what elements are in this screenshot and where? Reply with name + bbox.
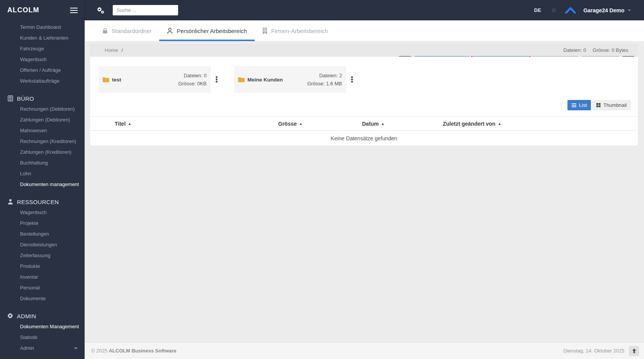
sidebar-section-ressourcen[interactable]: RESSOURCEN: [0, 196, 85, 207]
breadcrumb-home[interactable]: Home: [105, 47, 118, 53]
sidebar-item-offerten-auftraege[interactable]: Offerten / Aufträge: [0, 65, 85, 76]
column-header-titel[interactable]: Titel▲: [90, 121, 278, 127]
user-icon: [7, 199, 13, 205]
search-input[interactable]: [113, 5, 178, 15]
list-view-button[interactable]: List: [567, 100, 591, 110]
column-header-zuletzt-geaendert[interactable]: Zuletzt geändert von▲: [443, 121, 501, 127]
sidebar-item-wagenbuch[interactable]: Wagenbuch: [0, 54, 85, 65]
app-logo: ALCOLM: [7, 6, 39, 14]
kebab-menu-icon[interactable]: •••: [215, 76, 218, 83]
sidebar-nav: Termin Dashboard Kunden & Lieferanten Fa…: [0, 20, 85, 354]
calculator-icon: [7, 95, 13, 101]
hamburger-icon[interactable]: [70, 6, 78, 15]
folder-card-meine-kunden[interactable]: Meine Kunden Dateien: 2 Grösse: 1.6 MB: [234, 66, 346, 93]
sidebar-section-label: RESSOURCEN: [17, 199, 59, 205]
sidebar-item-wagenbuch-2[interactable]: Wagenbuch: [0, 207, 85, 218]
tab-bar: Standardordner Persönlicher Arbeitsberei…: [85, 20, 644, 41]
folder-icon: [238, 77, 245, 82]
sort-asc-icon: ▲: [299, 122, 302, 126]
tab-firmen-arbeitsbereich[interactable]: Firmen-Arbeitsbereich: [255, 20, 336, 41]
scroll-to-top-button[interactable]: [629, 346, 639, 356]
empty-state-message: Keine Datensätze gefunden: [90, 131, 638, 146]
list-icon: [572, 103, 576, 107]
sidebar-item-mahnwesen[interactable]: Mahnwesen: [0, 125, 85, 136]
sidebar-item-zeiterfassung[interactable]: Zeiterfassung: [0, 250, 85, 261]
sidebar-item-dokumenten-management[interactable]: Dokumenten management: [0, 179, 85, 190]
breadcrumb-separator: /: [122, 47, 123, 53]
language-selector[interactable]: DE: [534, 7, 541, 13]
sidebar-item-dienstleistungen[interactable]: Dienstleistungen: [0, 239, 85, 250]
sidebar-item-admin-dokumenten-management[interactable]: Dokumenten Management: [0, 321, 85, 332]
sidebar-item-bestellungen[interactable]: Bestellungen: [0, 229, 85, 239]
sidebar-item-projekte[interactable]: Projekte: [0, 218, 85, 229]
footer-date: Dienstag, 14. Oktober 2025: [563, 348, 624, 354]
sidebar-item-inventar[interactable]: Inventar: [0, 272, 85, 283]
sort-asc-icon: ▲: [381, 122, 385, 126]
sidebar-item-termin-dashboard[interactable]: Termin Dashboard: [0, 22, 85, 33]
person-icon: [167, 28, 173, 34]
tab-standardordner[interactable]: Standardordner: [95, 20, 159, 41]
topbar: DE Garage24 Demo: [85, 0, 644, 20]
folder-files-count: Dateien: 0: [178, 71, 207, 80]
copyright-text: © 2025 ALCOLM Business Software: [91, 348, 176, 354]
thumbnail-view-button[interactable]: Thumbnail: [592, 100, 631, 110]
sort-asc-icon: ▲: [128, 122, 132, 126]
folder-size: Grösse: 1.6 MB: [307, 80, 342, 88]
folder-icon: [103, 77, 109, 82]
gear-icon: [7, 313, 13, 319]
folder-name: test: [112, 77, 121, 83]
kebab-menu-icon[interactable]: •••: [351, 76, 353, 83]
column-header-datum[interactable]: Datum▲: [362, 121, 443, 127]
column-header-groesse[interactable]: Grösse▲: [278, 121, 362, 127]
folder-name: Meine Kunden: [247, 77, 283, 83]
sidebar-item-kunden-lieferanten[interactable]: Kunden & Lieferanten: [0, 33, 85, 43]
grid-icon: [596, 103, 601, 107]
sidebar-item-fahrzeuge[interactable]: Fahrzeuge: [0, 43, 85, 54]
brand-mark-icon: [565, 7, 576, 13]
sidebar-section-buero[interactable]: BÜRO: [0, 93, 85, 104]
caret-down-icon: [628, 10, 631, 11]
sidebar-item-rechnungen-debitoren[interactable]: Rechnungen (Debitoren): [0, 104, 85, 115]
content-panel: test Dateien: 0 Grösse: 0KB ••• Meine Ku…: [90, 57, 638, 146]
sidebar-item-rechnungen-kreditoren[interactable]: Rechnungen (Kreditoren): [0, 136, 85, 147]
sidebar-item-produkte[interactable]: Produkte: [0, 261, 85, 272]
sidebar-item-admin[interactable]: Admin: [0, 343, 85, 354]
sidebar-item-zahlungen-debitoren[interactable]: Zahlungen (Debitoren): [0, 115, 85, 125]
folder-card-test[interactable]: test Dateien: 0 Grösse: 0KB: [98, 66, 211, 93]
folder-size: Grösse: 0KB: [178, 80, 207, 88]
sidebar: ALCOLM Termin Dashboard Kunden & Liefera…: [0, 0, 85, 359]
caret-down-icon: [74, 347, 78, 349]
folder-files-count: Dateien: 2: [307, 71, 342, 80]
sidebar-item-zahlungen-kreditoren[interactable]: Zahlungen (Kreditoren): [0, 147, 85, 158]
up-arrow-icon: [632, 349, 636, 353]
sidebar-item-lohn[interactable]: Lohn: [0, 168, 85, 179]
sidebar-section-label: BÜRO: [17, 95, 34, 102]
sidebar-item-werkstattauftraege[interactable]: Werkstattaufträge: [0, 76, 85, 86]
sidebar-item-dokumente[interactable]: Dokumente: [0, 293, 85, 304]
building-icon: [262, 28, 267, 34]
breadcrumb: Home / Dateien: 0 Grösse: 0 Bytes: [90, 44, 638, 56]
sidebar-section-admin[interactable]: ADMIN: [0, 311, 85, 321]
table-header-row: Titel▲ Grösse▲ Datum▲ Zuletzt geändert v…: [90, 116, 638, 131]
sidebar-section-label: ADMIN: [17, 313, 36, 319]
sidebar-item-personal[interactable]: Personal: [0, 283, 85, 293]
files-total: Dateien: 0: [563, 47, 586, 53]
tab-persoenlicher-arbeitsbereich[interactable]: Persönlicher Arbeitsbereich: [159, 20, 255, 41]
footer: © 2025 ALCOLM Business Software Dienstag…: [85, 342, 644, 359]
account-dropdown[interactable]: Garage24 Demo: [583, 7, 631, 13]
size-total: Grösse: 0 Bytes: [593, 47, 628, 53]
sidebar-item-buchhaltung[interactable]: Buchhaltung: [0, 158, 85, 168]
avatar[interactable]: [552, 8, 556, 12]
sidebar-item-statistik[interactable]: Statistik: [0, 332, 85, 343]
view-toggle: List Thumbnail: [90, 100, 638, 110]
lock-icon: [102, 28, 108, 34]
sort-asc-icon: ▲: [498, 122, 501, 126]
cogs-icon[interactable]: [97, 7, 104, 13]
